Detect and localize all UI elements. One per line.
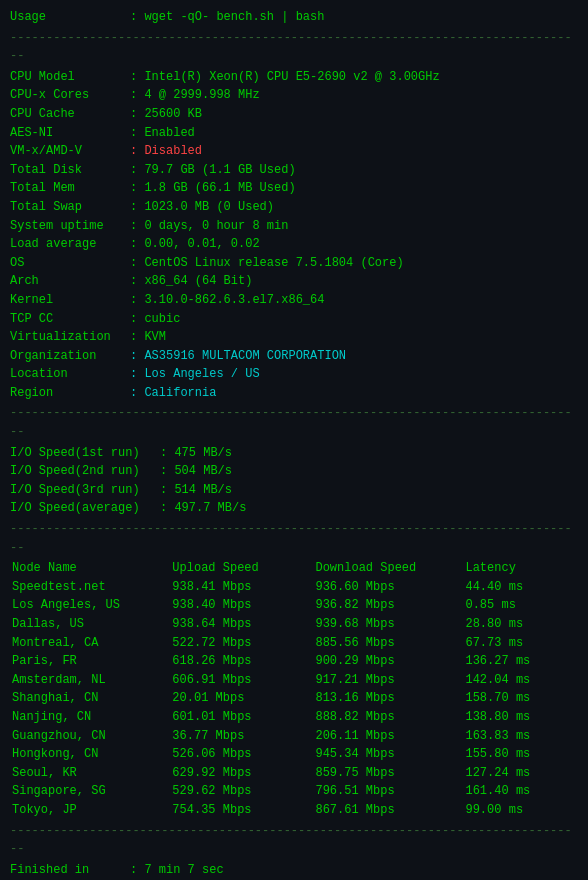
io-value: : 514 MB/s (160, 481, 232, 500)
info-label: AES-NI (10, 124, 130, 143)
col-header-node: Node Name (10, 559, 170, 578)
info-line: CPU-x Cores: 4 @ 2999.998 MHz (10, 86, 578, 105)
info-value: : Intel(R) Xeon(R) CPU E5-2690 v2 @ 3.00… (130, 68, 440, 87)
info-line: TCP CC: cubic (10, 310, 578, 329)
latency-cell: 127.24 ms (463, 764, 578, 783)
latency-cell: 28.80 ms (463, 615, 578, 634)
node-cell: Paris, FR (10, 652, 170, 671)
io-label: I/O Speed(average) (10, 499, 160, 518)
info-label: OS (10, 254, 130, 273)
info-value: : 79.7 GB (1.1 GB Used) (130, 161, 296, 180)
table-row: Guangzhou, CN36.77 Mbps206.11 Mbps163.83… (10, 727, 578, 746)
col-header-download: Download Speed (313, 559, 463, 578)
upload-cell: 526.06 Mbps (170, 745, 313, 764)
info-label: VM-x/AMD-V (10, 142, 130, 161)
info-line: AES-NI: Enabled (10, 124, 578, 143)
usage-label: Usage (10, 8, 130, 27)
info-label: CPU Cache (10, 105, 130, 124)
io-label: I/O Speed(1st run) (10, 444, 160, 463)
info-line: Arch: x86_64 (64 Bit) (10, 272, 578, 291)
info-value: : Enabled (130, 124, 195, 143)
finished-value: : 7 min 7 sec (130, 861, 224, 880)
io-label: I/O Speed(3rd run) (10, 481, 160, 500)
info-value: : 3.10.0-862.6.3.el7.x86_64 (130, 291, 324, 310)
upload-cell: 529.62 Mbps (170, 782, 313, 801)
separator-4: ----------------------------------------… (10, 822, 578, 859)
io-speed-line: I/O Speed(average): 497.7 MB/s (10, 499, 578, 518)
upload-cell: 938.41 Mbps (170, 578, 313, 597)
col-header-upload: Upload Speed (170, 559, 313, 578)
info-line: Load average: 0.00, 0.01, 0.02 (10, 235, 578, 254)
info-label: CPU Model (10, 68, 130, 87)
info-label: Arch (10, 272, 130, 291)
latency-cell: 136.27 ms (463, 652, 578, 671)
finished-line: Finished in : 7 min 7 sec (10, 861, 578, 880)
info-value: : California (130, 384, 216, 403)
table-row: Tokyo, JP754.35 Mbps867.61 Mbps99.00 ms (10, 801, 578, 820)
download-cell: 939.68 Mbps (313, 615, 463, 634)
info-value: : 25600 KB (130, 105, 202, 124)
download-cell: 867.61 Mbps (313, 801, 463, 820)
info-line: VM-x/AMD-V: Disabled (10, 142, 578, 161)
download-cell: 917.21 Mbps (313, 671, 463, 690)
usage-value: : wget -qO- bench.sh | bash (130, 8, 324, 27)
node-cell: Tokyo, JP (10, 801, 170, 820)
terminal: Usage : wget -qO- bench.sh | bash ------… (10, 8, 578, 880)
info-label: Organization (10, 347, 130, 366)
node-cell: Los Angeles, US (10, 596, 170, 615)
speed-table: Node Name Upload Speed Download Speed La… (10, 559, 578, 819)
info-line: Virtualization: KVM (10, 328, 578, 347)
download-cell: 936.82 Mbps (313, 596, 463, 615)
table-row: Amsterdam, NL606.91 Mbps917.21 Mbps142.0… (10, 671, 578, 690)
info-line: Kernel: 3.10.0-862.6.3.el7.x86_64 (10, 291, 578, 310)
node-cell: Hongkong, CN (10, 745, 170, 764)
info-line: CPU Model: Intel(R) Xeon(R) CPU E5-2690 … (10, 68, 578, 87)
node-cell: Amsterdam, NL (10, 671, 170, 690)
info-value: : 0.00, 0.01, 0.02 (130, 235, 260, 254)
info-value: : 4 @ 2999.998 MHz (130, 86, 260, 105)
separator-2: ----------------------------------------… (10, 404, 578, 441)
latency-cell: 67.73 ms (463, 634, 578, 653)
info-value: : KVM (130, 328, 166, 347)
download-cell: 206.11 Mbps (313, 727, 463, 746)
latency-cell: 142.04 ms (463, 671, 578, 690)
info-label: Total Mem (10, 179, 130, 198)
info-value: : AS35916 MULTACOM CORPORATION (130, 347, 346, 366)
node-cell: Seoul, KR (10, 764, 170, 783)
upload-cell: 938.40 Mbps (170, 596, 313, 615)
node-cell: Montreal, CA (10, 634, 170, 653)
upload-cell: 754.35 Mbps (170, 801, 313, 820)
node-cell: Guangzhou, CN (10, 727, 170, 746)
latency-cell: 99.00 ms (463, 801, 578, 820)
info-label: Total Swap (10, 198, 130, 217)
node-cell: Nanjing, CN (10, 708, 170, 727)
node-cell: Speedtest.net (10, 578, 170, 597)
finished-label: Finished in (10, 861, 130, 880)
info-value: : x86_64 (64 Bit) (130, 272, 252, 291)
info-line: Total Disk: 79.7 GB (1.1 GB Used) (10, 161, 578, 180)
upload-cell: 20.01 Mbps (170, 689, 313, 708)
table-row: Montreal, CA522.72 Mbps885.56 Mbps67.73 … (10, 634, 578, 653)
info-label: Load average (10, 235, 130, 254)
download-cell: 936.60 Mbps (313, 578, 463, 597)
latency-cell: 155.80 ms (463, 745, 578, 764)
usage-line: Usage : wget -qO- bench.sh | bash (10, 8, 578, 27)
info-line: System uptime: 0 days, 0 hour 8 min (10, 217, 578, 236)
io-value: : 497.7 MB/s (160, 499, 246, 518)
info-label: Kernel (10, 291, 130, 310)
info-value: : cubic (130, 310, 180, 329)
info-line: CPU Cache: 25600 KB (10, 105, 578, 124)
info-value: : Los Angeles / US (130, 365, 260, 384)
io-speed-line: I/O Speed(3rd run): 514 MB/s (10, 481, 578, 500)
upload-cell: 618.26 Mbps (170, 652, 313, 671)
system-info: CPU Model: Intel(R) Xeon(R) CPU E5-2690 … (10, 68, 578, 403)
download-cell: 813.16 Mbps (313, 689, 463, 708)
info-line: Total Mem: 1.8 GB (66.1 MB Used) (10, 179, 578, 198)
info-line: Location: Los Angeles / US (10, 365, 578, 384)
upload-cell: 601.01 Mbps (170, 708, 313, 727)
table-row: Paris, FR618.26 Mbps900.29 Mbps136.27 ms (10, 652, 578, 671)
table-row: Seoul, KR629.92 Mbps859.75 Mbps127.24 ms (10, 764, 578, 783)
info-value: : CentOS Linux release 7.5.1804 (Core) (130, 254, 404, 273)
upload-cell: 938.64 Mbps (170, 615, 313, 634)
latency-cell: 161.40 ms (463, 782, 578, 801)
